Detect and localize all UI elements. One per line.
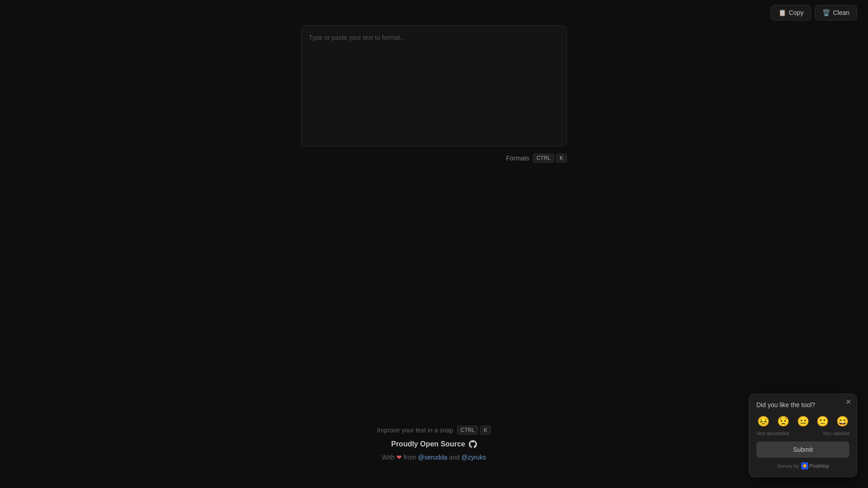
clean-label: Clean <box>833 9 849 16</box>
survey-footer: Survey by PostHog <box>756 462 849 469</box>
snap-ctrl-key: CTRL <box>457 426 478 435</box>
snap-text: Improve your text in a snap <box>377 427 453 434</box>
copy-icon: 📋 <box>778 9 786 16</box>
formats-label: Formats <box>506 155 529 162</box>
author1-link[interactable]: @serudda <box>418 454 448 461</box>
copy-label: Copy <box>789 9 804 16</box>
emoji-dissatisfied[interactable]: 😟 <box>776 415 790 428</box>
snap-k-key: K <box>480 426 491 435</box>
label-very-dissatisfied: Very dissatisfied <box>756 431 789 436</box>
author2-link[interactable]: @zyruks <box>461 454 486 461</box>
label-very-satisfied: Very satisfied <box>823 431 849 436</box>
clean-button[interactable]: 🗑️ Clean <box>815 5 857 20</box>
satisfaction-labels: Very dissatisfied Very satisfied <box>756 431 849 436</box>
emoji-row: 😣 😟 😐 🙂 😄 <box>756 415 849 428</box>
credits-with: With <box>382 454 395 461</box>
survey-by-text: Survey by <box>777 463 799 469</box>
survey-popup: ✕ Did you like the tool? 😣 😟 😐 🙂 😄 Very … <box>749 394 857 477</box>
footer-snap-line: Improve your text in a snap CTRL K <box>377 426 491 435</box>
heart-icon: ❤ <box>396 454 404 461</box>
footer: Improve your text in a snap CTRL K Proud… <box>0 426 868 461</box>
emoji-satisfied[interactable]: 🙂 <box>816 415 830 428</box>
copy-button[interactable]: 📋 Copy <box>771 5 811 20</box>
snap-kbd-group: CTRL K <box>457 426 491 435</box>
text-input[interactable] <box>301 25 567 146</box>
credits-from: from <box>404 454 416 461</box>
survey-submit-button[interactable]: Submit <box>756 441 849 458</box>
kbd-shortcut-group: CTRL K <box>533 154 567 163</box>
formats-bar: Formats CTRL K <box>301 154 567 163</box>
emoji-very-dissatisfied[interactable]: 😣 <box>756 415 770 428</box>
footer-credits: With ❤ from @serudda and @zyruks <box>382 454 486 461</box>
posthog-icon <box>801 462 808 469</box>
emoji-neutral[interactable]: 😐 <box>796 415 810 428</box>
clean-icon: 🗑️ <box>822 9 830 16</box>
survey-title: Did you like the tool? <box>756 401 849 408</box>
footer-title-text: Proudly Open Source <box>391 440 465 448</box>
footer-title: Proudly Open Source <box>391 440 477 448</box>
survey-close-button[interactable]: ✕ <box>845 399 851 406</box>
credits-and: and <box>449 454 461 461</box>
k-key: K <box>556 154 567 163</box>
emoji-very-satisfied[interactable]: 😄 <box>835 415 849 428</box>
top-bar: 📋 Copy 🗑️ Clean <box>0 0 868 25</box>
ctrl-key: CTRL <box>533 154 554 163</box>
editor-container: Formats CTRL K <box>301 25 567 163</box>
github-icon <box>469 440 477 448</box>
posthog-label: PostHog <box>810 463 829 469</box>
posthog-logo: PostHog <box>801 462 829 469</box>
